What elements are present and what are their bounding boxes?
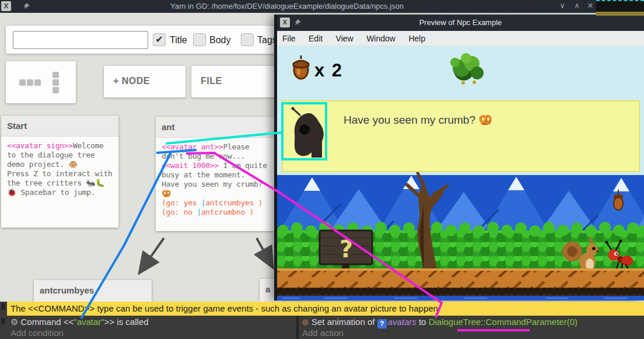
preview-menubar: File Edit View Window Help bbox=[277, 31, 644, 46]
dialogue-avatar-image bbox=[288, 106, 328, 158]
action-prefix: Set animation of bbox=[312, 317, 377, 327]
close-icon[interactable]: ✕ bbox=[584, 1, 596, 10]
hint-text: The <<COMMAND>> type can be used to trig… bbox=[10, 303, 438, 313]
filter-body-label: Body bbox=[209, 35, 230, 46]
event-sheet-edge-strip bbox=[0, 302, 7, 339]
event-condition-panel[interactable]: ⚙Command <<"avatar">> is called Add cond… bbox=[7, 316, 296, 339]
file-button[interactable]: FILE bbox=[191, 66, 276, 97]
preview-window: X Preview of Npc Example File Edit View … bbox=[274, 15, 644, 300]
check-icon: ✔ bbox=[155, 34, 163, 44]
preview-titlebar[interactable]: X Preview of Npc Example bbox=[277, 15, 644, 31]
maximize-icon[interactable]: ∧ bbox=[571, 1, 583, 10]
command-avatar-ant: <<avatar ant>> bbox=[162, 142, 223, 151]
filter-title-label: Title bbox=[170, 35, 187, 46]
file-button-label: FILE bbox=[201, 76, 222, 86]
sign-question-text: ? bbox=[340, 236, 353, 263]
condition-suffix: >> is called bbox=[104, 317, 149, 327]
background-window-fragment bbox=[596, 0, 644, 15]
add-node-label: + NODE bbox=[113, 76, 150, 86]
minimize-icon[interactable]: ∨ bbox=[556, 1, 568, 10]
filter-title-checkbox[interactable]: ✔ bbox=[153, 33, 166, 46]
go-no-text: (go: no bbox=[162, 208, 197, 216]
yarn-window-titlebar[interactable]: X Yarn in GD: /home/fox/DEV/dialogueExam… bbox=[0, 0, 644, 13]
menu-help[interactable]: Help bbox=[403, 31, 430, 43]
node-ant-title: ant bbox=[156, 117, 276, 132]
node-ant-body: <<avatar ant>>Please don't bug me now...… bbox=[156, 138, 276, 222]
add-condition-button[interactable]: Add condition bbox=[10, 328, 64, 338]
condition-command-name: "avatar" bbox=[74, 317, 104, 327]
action-text: Set animation of ?avatars to DialogueTre… bbox=[302, 317, 578, 328]
condition-text: ⚙Command <<"avatar">> is called bbox=[10, 317, 149, 327]
go-no-pipe: | bbox=[197, 208, 201, 216]
menu-edit[interactable]: Edit bbox=[303, 31, 328, 43]
node-start[interactable]: Start <<avatar sign>>Welcome to the dial… bbox=[1, 116, 118, 228]
object-help-badge-icon: ? bbox=[377, 319, 387, 328]
node-start-title: Start bbox=[1, 116, 118, 131]
menu-file[interactable]: File bbox=[277, 31, 301, 43]
dialogue-box: Have you seen my crumb? 🥨 bbox=[282, 100, 640, 172]
command-condition-icon: ⚙ bbox=[10, 317, 18, 327]
node-start-header[interactable]: Start bbox=[1, 116, 118, 137]
yarn-window-title: Yarn in GD: /home/fox/DEV/dialogueExampl… bbox=[0, 2, 574, 11]
go-yes-text: (go: yes bbox=[162, 198, 201, 207]
node-start-body: <<avatar sign>>Welcome to the dialogue t… bbox=[1, 137, 118, 202]
game-viewport[interactable]: ? bbox=[277, 46, 644, 300]
node-ant[interactable]: ant <<avatar ant>>Please don't bug me no… bbox=[156, 117, 276, 231]
command-wait: <<wait 1000>> bbox=[162, 161, 219, 170]
action-object-name: avatars bbox=[388, 317, 416, 327]
preview-window-title: Preview of Npc Example bbox=[277, 18, 644, 27]
node-antcrumbyes-title: antcrumbyes bbox=[34, 280, 152, 295]
ant-text-3: Have you seen my crumb? 🥨 bbox=[162, 180, 262, 198]
action-parameter-expression: DialogueTree::CommandParameter(0) bbox=[429, 317, 578, 327]
log-ground bbox=[277, 268, 644, 300]
search-input[interactable] bbox=[13, 31, 148, 49]
screen: ✔ Title Body Tags + NODE FILE Start bbox=[0, 0, 644, 339]
go-no-target: antcrumbno ) bbox=[201, 208, 254, 216]
event-action-panel[interactable]: Set animation of ?avatars to DialogueTre… bbox=[299, 316, 644, 339]
dialogue-text: Have you seen my crumb? 🥨 bbox=[344, 113, 492, 127]
add-action-button[interactable]: Add action bbox=[302, 328, 344, 338]
action-mid: to bbox=[416, 317, 429, 327]
layout-toggle-card bbox=[6, 61, 76, 103]
hud-item-count: x 2 bbox=[314, 60, 343, 81]
filter-tags-checkbox[interactable] bbox=[241, 33, 254, 46]
condition-prefix: Command << bbox=[20, 317, 74, 327]
node-ant-header[interactable]: ant bbox=[156, 117, 276, 138]
animation-action-icon bbox=[302, 319, 309, 326]
filter-body-checkbox[interactable] bbox=[193, 33, 206, 46]
command-avatar-sign: <<avatar sign>> bbox=[7, 141, 73, 150]
node-antcrumbyes[interactable]: antcrumbyes bbox=[34, 280, 152, 302]
go-yes-target: antcrumbyes ) bbox=[205, 198, 262, 207]
menu-view[interactable]: View bbox=[331, 31, 359, 43]
menu-window[interactable]: Window bbox=[361, 31, 401, 43]
game-scene: ? bbox=[277, 46, 644, 300]
start-text-2: Press Z to interact with the tree critte… bbox=[7, 169, 113, 197]
search-toolbar: ✔ Title Body Tags bbox=[6, 26, 283, 54]
command-hint-banner: The <<COMMAND>> type can be used to trig… bbox=[7, 302, 644, 316]
add-node-button[interactable]: + NODE bbox=[104, 66, 186, 97]
